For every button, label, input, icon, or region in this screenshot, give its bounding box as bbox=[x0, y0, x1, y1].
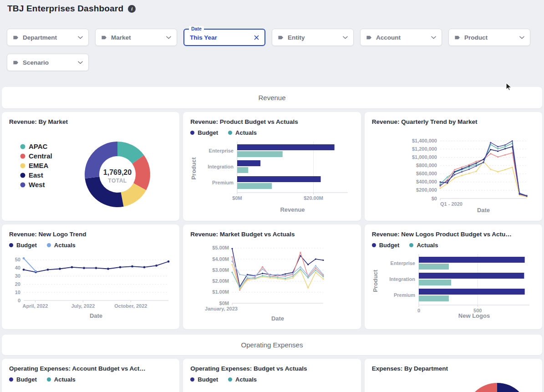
legend-item-budget[interactable]: Budget bbox=[9, 376, 37, 383]
chevron-down-icon bbox=[431, 36, 436, 39]
svg-text:$600,000: $600,000 bbox=[416, 171, 437, 176]
svg-text:10: 10 bbox=[15, 290, 20, 295]
chart-title: Revenue: Product Budget vs Actuals bbox=[190, 118, 353, 125]
svg-text:Product: Product bbox=[372, 270, 379, 292]
card-revenue-product-budget-vs-actuals: Revenue: Product Budget vs Actuals Budge… bbox=[183, 112, 361, 221]
legend-label: Actuals bbox=[54, 242, 76, 249]
chart-legend: Budget Actuals bbox=[190, 376, 353, 383]
filter-product[interactable]: Product bbox=[448, 29, 530, 46]
mouse-cursor bbox=[505, 82, 514, 92]
svg-text:Premium: Premium bbox=[394, 292, 415, 298]
legend-dot bbox=[190, 131, 194, 135]
svg-text:$20.00M: $20.00M bbox=[304, 195, 324, 201]
svg-text:October, 2022: October, 2022 bbox=[114, 303, 147, 309]
filter-account[interactable]: Account bbox=[360, 29, 442, 46]
info-icon[interactable]: i bbox=[128, 5, 136, 13]
filter-market[interactable]: Market bbox=[95, 29, 177, 46]
donut-chart[interactable] bbox=[372, 374, 535, 392]
opex-chart-grid: Operating Expenses: Account Budget vs Ac… bbox=[0, 359, 544, 392]
legend-item-actuals[interactable]: Actuals bbox=[228, 129, 257, 136]
legend-label: Budget bbox=[198, 376, 218, 383]
chart-title: Expenses: By Department bbox=[372, 365, 535, 372]
legend-dot bbox=[190, 377, 194, 382]
legend-item-actuals[interactable]: Actuals bbox=[228, 376, 257, 383]
filter-entity[interactable]: Entity bbox=[272, 29, 354, 46]
chevron-down-icon bbox=[519, 36, 524, 39]
bar-chart[interactable]: $0M$20.00MEnterpriseIntegrationPremiumRe… bbox=[190, 138, 353, 214]
tag-icon bbox=[13, 60, 19, 66]
svg-text:0: 0 bbox=[18, 298, 20, 303]
card-opex-account-budget-vs-actuals: Operating Expenses: Account Budget vs Ac… bbox=[2, 359, 179, 392]
donut-chart[interactable]: 1,769,20TOTALAPACCentralEMEAEastWest bbox=[9, 127, 172, 215]
line-chart[interactable]: $0$200,000$400,000$600,000$800,000$1,000… bbox=[372, 127, 535, 215]
chevron-down-icon bbox=[343, 36, 348, 39]
section-header-operating-expenses: Operating Expenses bbox=[2, 335, 542, 355]
svg-text:Date: Date bbox=[271, 315, 284, 322]
section-title: Revenue bbox=[258, 94, 285, 102]
clear-filter-icon[interactable] bbox=[254, 35, 259, 40]
line-chart[interactable]: $0M$1.00M$2.00M$3.00M$4.00M$5.00MJanuary… bbox=[190, 239, 353, 323]
card-expenses-by-department: Expenses: By Department bbox=[365, 359, 542, 392]
line-chart[interactable]: 01020304050April, 2022July, 2022October,… bbox=[9, 250, 172, 321]
legend-dot bbox=[228, 377, 232, 382]
legend-dot bbox=[9, 243, 13, 247]
legend-item-budget[interactable]: Budget bbox=[190, 129, 218, 136]
legend-label: Actuals bbox=[235, 376, 257, 383]
svg-text:Enterprise: Enterprise bbox=[209, 148, 234, 153]
legend-item-actuals[interactable]: Actuals bbox=[47, 376, 76, 383]
tag-icon bbox=[101, 35, 107, 41]
legend-item-actuals[interactable]: Actuals bbox=[409, 242, 438, 249]
svg-text:$800,000: $800,000 bbox=[416, 163, 437, 168]
legend-label: Actuals bbox=[417, 242, 438, 249]
chart-title: Revenue: Quarterly Trend by Market bbox=[372, 118, 535, 125]
legend-item-budget[interactable]: Budget bbox=[9, 242, 37, 249]
svg-text:$1,200,000: $1,200,000 bbox=[412, 146, 437, 152]
svg-text:APAC: APAC bbox=[29, 143, 48, 150]
filter-department[interactable]: Department bbox=[7, 29, 89, 46]
legend-dot bbox=[372, 243, 376, 247]
svg-text:30: 30 bbox=[15, 273, 20, 279]
card-revenue-quarterly-trend: Revenue: Quarterly Trend by Market $0$20… bbox=[365, 112, 542, 221]
svg-text:$3.00M: $3.00M bbox=[213, 267, 229, 273]
legend-dot bbox=[47, 243, 51, 247]
svg-text:$1,400,000: $1,400,000 bbox=[412, 138, 437, 143]
legend-item-budget[interactable]: Budget bbox=[190, 376, 218, 383]
card-revenue-by-market: Revenue: By Market 1,769,20TOTALAPACCent… bbox=[2, 112, 179, 221]
filter-date[interactable]: Date This Year bbox=[183, 29, 265, 46]
filter-scenario[interactable]: Scenario bbox=[7, 54, 89, 71]
svg-text:$2.00M: $2.00M bbox=[213, 278, 229, 284]
legend-dot bbox=[409, 243, 413, 247]
tag-icon bbox=[366, 35, 372, 41]
svg-text:$4.00M: $4.00M bbox=[213, 256, 229, 262]
svg-text:Integration: Integration bbox=[389, 276, 415, 282]
svg-text:Central: Central bbox=[29, 152, 52, 160]
svg-text:New Logos: New Logos bbox=[458, 312, 489, 319]
chart-title: Revenue: Market Budget vs Actuals bbox=[190, 231, 353, 238]
legend-label: Actuals bbox=[235, 129, 257, 136]
filter-label: Department bbox=[23, 34, 74, 41]
legend-dot bbox=[47, 377, 51, 382]
bar-chart[interactable]: 0500EnterpriseIntegrationPremiumNew Logo… bbox=[372, 250, 535, 321]
svg-text:Premium: Premium bbox=[212, 180, 234, 185]
chevron-down-icon bbox=[78, 36, 83, 39]
chevron-down-icon bbox=[78, 61, 83, 64]
svg-text:$0M: $0M bbox=[233, 195, 242, 201]
tag-icon bbox=[278, 35, 284, 41]
filter-label: Scenario bbox=[23, 59, 74, 66]
section-header-revenue: Revenue bbox=[2, 87, 542, 108]
chart-legend: Budget Actuals bbox=[372, 242, 535, 249]
section-title: Operating Expenses bbox=[241, 341, 303, 349]
legend-item-actuals[interactable]: Actuals bbox=[47, 242, 76, 249]
svg-text:April, 2022: April, 2022 bbox=[23, 303, 48, 309]
svg-text:January, 2023: January, 2023 bbox=[205, 306, 238, 311]
svg-text:20: 20 bbox=[15, 281, 20, 287]
legend-label: Budget bbox=[379, 242, 400, 249]
svg-text:$5.00M: $5.00M bbox=[213, 245, 229, 250]
svg-text:Product: Product bbox=[190, 157, 197, 180]
chart-title: Revenue: New Logos Product Budget vs Act… bbox=[372, 231, 535, 238]
svg-text:East: East bbox=[29, 171, 43, 179]
svg-text:$0M: $0M bbox=[219, 300, 229, 306]
legend-item-budget[interactable]: Budget bbox=[372, 242, 400, 249]
card-revenue-new-logo-trend: Revenue: New Logo Trend Budget Actuals 0… bbox=[2, 224, 179, 329]
svg-text:Enterprise: Enterprise bbox=[390, 260, 415, 266]
